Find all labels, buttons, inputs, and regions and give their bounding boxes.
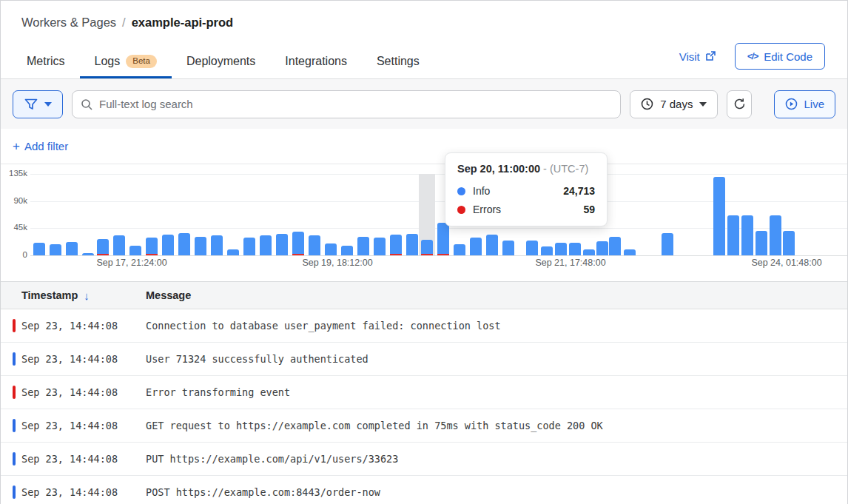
errors-series-dot-icon [457,206,465,214]
chart-bar[interactable] [66,242,78,255]
chart-bar[interactable] [195,237,206,255]
edit-code-button[interactable]: </> Edit Code [735,43,825,70]
table-row[interactable]: Sep 23, 14:44:08GET request to https://e… [1,409,847,443]
chart-bar[interactable] [406,234,418,255]
time-range-dropdown[interactable]: 7 days [630,90,718,118]
table-row[interactable]: Sep 23, 14:44:08Connection to database u… [1,309,847,343]
chart-bar[interactable] [583,249,595,255]
chart-bar[interactable] [162,235,174,255]
chart-bar-errors-segment [390,254,402,255]
breadcrumb-workers-pages[interactable]: Workers & Pages [21,16,116,30]
chart-bar[interactable] [470,238,482,255]
chart-bar[interactable] [82,253,94,255]
log-volume-chart: 135k90k45k0Sep 17, 21:24:00Sep 19, 18:12… [1,164,847,281]
visit-link[interactable]: Visit [679,50,716,63]
tab-deployments-label: Deployments [186,55,255,68]
tab-settings[interactable]: Settings [362,47,434,78]
add-filter-label: Add filter [24,140,68,152]
chart-bar[interactable] [227,249,239,255]
live-button[interactable]: Live [774,90,835,118]
plus-icon: + [13,139,20,154]
beta-badge: Beta [126,55,157,68]
row-message: Connection to database user_payment fail… [146,320,501,332]
chart-bar[interactable] [624,249,636,255]
chart-bar[interactable] [129,246,141,255]
chart-bar[interactable] [486,235,498,255]
chart-bar[interactable] [341,246,353,255]
tab-logs[interactable]: Logs Beta [80,47,172,78]
chart-bar[interactable] [596,241,608,255]
chart-bar[interactable] [357,237,369,255]
chevron-down-icon [44,102,52,107]
chart-bar[interactable] [260,235,272,255]
tooltip-series-name: Errors [473,204,501,215]
clock-icon [641,98,653,110]
chart-bar[interactable] [421,240,433,255]
chart-bar[interactable] [97,239,109,255]
chart-bar[interactable] [390,235,402,255]
edit-code-label: Edit Code [764,50,812,63]
chart-bar[interactable] [292,232,304,255]
tooltip-title: Sep 20, 11:00:00 - (UTC-7) [457,163,595,175]
column-header-message: Message [146,289,191,301]
chart-bar[interactable] [541,246,553,255]
chart-bar[interactable] [526,241,538,255]
chart-bar[interactable] [454,244,465,255]
chart-bar[interactable] [609,237,621,255]
add-filter-button[interactable]: + Add filter [13,139,68,154]
chart-bar-errors-segment [437,254,449,255]
chart-bar[interactable] [113,235,125,255]
table-row[interactable]: Sep 23, 14:44:08POST https://example.com… [1,476,847,504]
page-header: Workers & Pages / example-api-prod Metri… [1,1,847,79]
chart-bar[interactable] [33,243,45,255]
chart-bar[interactable] [309,235,320,255]
info-level-indicator [13,419,16,432]
info-level-indicator [13,452,16,466]
chart-bar[interactable] [770,215,781,255]
chart-bar[interactable] [569,243,581,255]
full-text-log-search-input[interactable] [72,90,621,118]
tooltip-timestamp: Sep 20, 11:00:00 [457,163,540,175]
table-row[interactable]: Sep 23, 14:44:08Error transforming event [1,376,847,409]
table-row[interactable]: Sep 23, 14:44:08PUT https://example.com/… [1,443,847,476]
chart-bar[interactable] [783,231,795,255]
row-message: Error transforming event [146,386,290,398]
chart-bar[interactable] [756,231,767,255]
filter-dropdown-button[interactable] [13,90,63,118]
chart-bar[interactable] [502,241,514,255]
chart-bar[interactable] [555,243,567,255]
chart-bar[interactable] [741,215,753,255]
visit-link-label: Visit [679,50,700,63]
tab-integrations[interactable]: Integrations [270,47,362,78]
row-timestamp: Sep 23, 14:44:08 [1,420,146,431]
refresh-button[interactable] [727,90,752,118]
tab-integrations-label: Integrations [285,55,347,68]
chart-bar[interactable] [50,244,61,255]
chart-bar[interactable] [276,234,288,255]
chart-bar[interactable] [662,233,673,255]
tooltip-series-name: Info [473,185,490,197]
table-row[interactable]: Sep 23, 14:44:08User 71324 successfully … [1,343,847,376]
chart-bar[interactable] [325,243,337,255]
chart-bar[interactable] [178,233,190,255]
x-axis-tick: Sep 24, 01:48:00 [751,258,821,268]
row-timestamp: Sep 23, 14:44:08 [1,320,146,332]
tab-metrics[interactable]: Metrics [21,47,80,78]
chart-bar[interactable] [211,235,223,255]
info-level-indicator [13,352,16,366]
funnel-icon [24,98,38,110]
refresh-icon [733,98,746,110]
y-axis-tick: 45k [2,223,27,232]
chart-bar[interactable] [374,238,386,255]
tab-deployments[interactable]: Deployments [172,47,270,78]
chart-bar[interactable] [146,238,158,255]
chart-bar[interactable] [713,177,725,255]
chevron-down-icon [699,102,707,107]
chart-bar[interactable] [727,215,739,255]
sort-descending-icon[interactable]: ↓ [84,289,90,302]
y-axis-tick: 135k [2,169,27,178]
chart-bar[interactable] [437,223,449,255]
column-header-timestamp[interactable]: Timestamp ↓ [1,289,146,302]
tooltip-series-row: Info24,713 [457,185,595,197]
chart-bar[interactable] [243,238,255,255]
